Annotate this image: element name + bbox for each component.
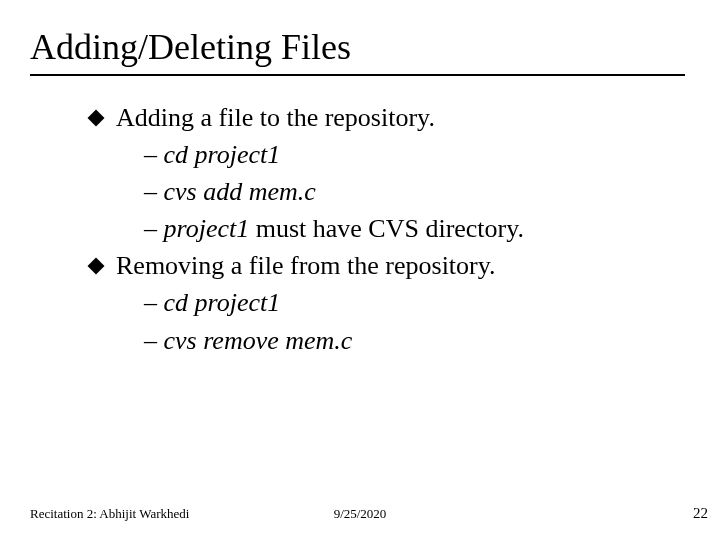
- title-underline: [30, 74, 685, 76]
- bullet-rest: must have CVS directory.: [249, 214, 524, 243]
- slide: Adding/Deleting Files Adding a file to t…: [0, 0, 720, 540]
- bullet-text: cvs add mem.c: [164, 177, 316, 206]
- bullet-l1: Adding a file to the repository.: [90, 100, 660, 135]
- bullet-l2: – cd project1: [90, 285, 660, 320]
- bullet-italic: project1: [164, 214, 250, 243]
- diamond-icon: [88, 109, 105, 126]
- bullet-l2: – cvs remove mem.c: [90, 323, 660, 358]
- bullet-l2: – project1 must have CVS directory.: [90, 211, 660, 246]
- dash-icon: –: [144, 326, 157, 355]
- dash-icon: –: [144, 288, 157, 317]
- dash-icon: –: [144, 140, 157, 169]
- slide-title: Adding/Deleting Files: [30, 28, 640, 68]
- bullet-text: cd project1: [164, 288, 281, 317]
- bullet-l2: – cd project1: [90, 137, 660, 172]
- bullet-text: Adding a file to the repository.: [116, 103, 435, 132]
- diamond-icon: [88, 258, 105, 275]
- bullet-text: cvs remove mem.c: [164, 326, 353, 355]
- title-area: Adding/Deleting Files: [30, 28, 640, 76]
- bullet-l2: – cvs add mem.c: [90, 174, 660, 209]
- dash-icon: –: [144, 177, 157, 206]
- dash-icon: –: [144, 214, 157, 243]
- bullet-l1: Removing a file from the repository.: [90, 248, 660, 283]
- bullet-text: cd project1: [164, 140, 281, 169]
- slide-body: Adding a file to the repository. – cd pr…: [90, 100, 660, 360]
- bullet-text: Removing a file from the repository.: [116, 251, 496, 280]
- footer-date: 9/25/2020: [0, 506, 720, 522]
- slide-number: 22: [693, 505, 708, 522]
